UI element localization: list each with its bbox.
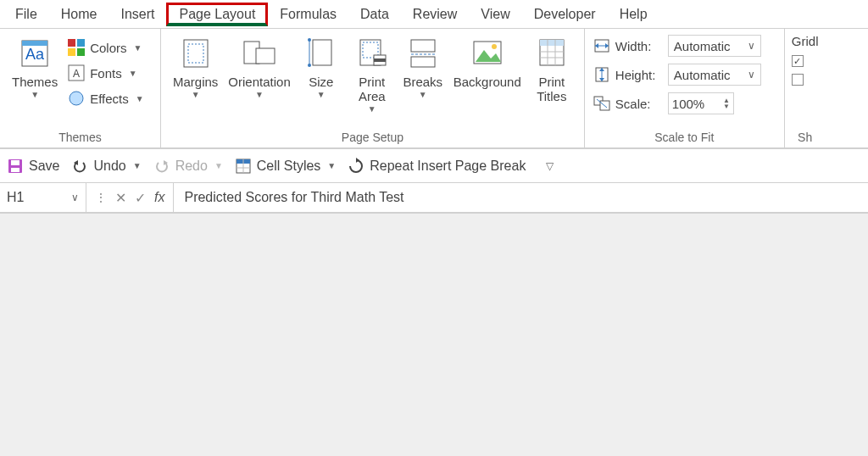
tab-developer[interactable]: Developer (522, 3, 608, 25)
undo-icon (71, 158, 88, 175)
group-title-page-setup: Page Setup (168, 129, 577, 147)
margins-button[interactable]: Margins▼ (168, 32, 223, 101)
width-label: Width: (615, 39, 663, 53)
themes-button[interactable]: Aa Themes ▼ (7, 32, 63, 101)
height-combo[interactable]: Automatic∨ (668, 64, 761, 86)
chevron-down-icon: ∨ (748, 40, 755, 52)
svg-rect-3 (68, 39, 75, 47)
fonts-button[interactable]: A Fonts▼ (66, 61, 146, 85)
undo-button[interactable]: Undo▼ (71, 158, 141, 175)
undo-label: Undo (93, 158, 125, 174)
size-button[interactable]: Size▼ (296, 32, 347, 101)
cell-styles-button[interactable]: Cell Styles▼ (235, 158, 336, 175)
group-page-setup: Margins▼ Orientation▼ Size▼ Print Area▼ … (161, 29, 585, 147)
fx-icon[interactable]: fx (154, 190, 164, 205)
tab-view[interactable]: View (469, 3, 521, 25)
save-button[interactable]: Save (7, 158, 59, 175)
svg-rect-22 (411, 40, 435, 52)
effects-icon (68, 90, 85, 107)
tab-home[interactable]: Home (49, 3, 109, 25)
ribbon: Aa Themes ▼ Colors▼ A Fonts▼ Effects▼ (0, 29, 868, 149)
customize-icon: ▽ (546, 160, 554, 172)
save-icon (7, 158, 24, 175)
group-sheet-options: Gridl ✓ Sh (785, 29, 826, 147)
colors-label: Colors (90, 41, 126, 55)
svg-point-27 (492, 44, 497, 49)
svg-rect-6 (77, 48, 85, 56)
name-box[interactable]: H1 ∨ (0, 183, 86, 212)
themes-icon: Aa (18, 34, 52, 73)
formula-bar: H1 ∨ ⋮ ✕ ✓ fx Predicted Scores for Third… (0, 183, 868, 214)
group-themes: Aa Themes ▼ Colors▼ A Fonts▼ Effects▼ (0, 29, 161, 147)
width-combo[interactable]: Automatic∨ (668, 35, 761, 57)
redo-button[interactable]: Redo▼ (153, 158, 223, 175)
chevron-down-icon: ∨ (71, 192, 79, 203)
breaks-button[interactable]: Breaks▼ (398, 32, 448, 101)
effects-button[interactable]: Effects▼ (66, 86, 146, 110)
orientation-label: Orientation (228, 75, 290, 89)
height-row: Height: Automatic∨ (592, 63, 763, 86)
colors-icon (68, 39, 85, 56)
quick-access-toolbar: Save Undo▼ Redo▼ Cell Styles▼ Repeat Ins… (0, 149, 868, 183)
svg-marker-54 (356, 158, 359, 163)
tab-page-layout[interactable]: Page Layout (166, 3, 268, 26)
cell-styles-icon (235, 158, 252, 175)
gridlines-print-checkbox[interactable] (792, 74, 819, 86)
svg-point-17 (308, 64, 311, 67)
tab-insert[interactable]: Insert (108, 3, 166, 25)
print-titles-button[interactable]: Print Titles (526, 32, 577, 105)
svg-rect-4 (77, 39, 85, 47)
svg-rect-2 (22, 41, 47, 46)
orientation-icon (241, 34, 278, 73)
size-label: Size (309, 75, 333, 89)
colors-button[interactable]: Colors▼ (66, 36, 146, 59)
svg-rect-47 (11, 168, 19, 172)
orientation-button[interactable]: Orientation▼ (223, 32, 295, 101)
scale-label: Scale: (615, 97, 663, 111)
tab-file[interactable]: File (3, 3, 49, 25)
tab-formulas[interactable]: Formulas (268, 3, 348, 25)
cell-styles-label: Cell Styles (257, 158, 321, 174)
gridlines-view-checkbox[interactable]: ✓ (792, 55, 819, 67)
print-titles-icon (535, 34, 569, 73)
svg-rect-21 (374, 58, 386, 62)
menu-tabs: File Home Insert Page Layout Formulas Da… (0, 0, 868, 29)
svg-text:Aa: Aa (25, 46, 45, 63)
worksheet-area[interactable] (0, 214, 868, 456)
formula-tools: ⋮ ✕ ✓ fx (86, 183, 174, 212)
enter-icon[interactable]: ✓ (135, 190, 146, 206)
background-label: Background (453, 75, 521, 89)
background-button[interactable]: Background (448, 32, 526, 91)
cancel-icon[interactable]: ✕ (115, 190, 126, 206)
cell-reference: H1 (7, 190, 24, 205)
width-icon (593, 38, 610, 53)
print-titles-label: Print Titles (537, 75, 566, 103)
group-title-sheet: Sh (792, 129, 819, 147)
repeat-button[interactable]: Repeat Insert Page Break (348, 158, 526, 175)
size-icon (304, 34, 338, 73)
tab-review[interactable]: Review (401, 3, 469, 25)
tab-help[interactable]: Help (608, 3, 659, 25)
formula-content: Predicted Scores for Third Math Test (184, 190, 403, 204)
chevron-down-icon: ▼ (31, 90, 39, 99)
background-icon (470, 34, 504, 73)
qat-customize-button[interactable]: ▽ (546, 160, 554, 172)
tab-data[interactable]: Data (348, 3, 401, 25)
print-area-icon (355, 34, 389, 73)
group-title-scale: Scale to Fit (592, 129, 777, 147)
height-icon (593, 67, 610, 82)
redo-label: Redo (175, 158, 208, 174)
fonts-icon: A (68, 64, 85, 81)
chevron-down-icon: ∨ (748, 69, 755, 81)
scale-spinner[interactable]: 100%▲▼ (668, 92, 734, 114)
svg-text:A: A (73, 68, 80, 80)
print-area-button[interactable]: Print Area▼ (347, 32, 398, 115)
svg-rect-13 (256, 48, 275, 64)
formula-input[interactable]: Predicted Scores for Third Math Test (174, 190, 868, 205)
print-area-label: Print Area (359, 75, 386, 103)
svg-rect-23 (411, 57, 435, 67)
formula-options-icon[interactable]: ⋮ (95, 191, 107, 204)
breaks-label: Breaks (403, 75, 442, 89)
margins-icon (179, 34, 213, 73)
redo-icon (153, 158, 170, 175)
